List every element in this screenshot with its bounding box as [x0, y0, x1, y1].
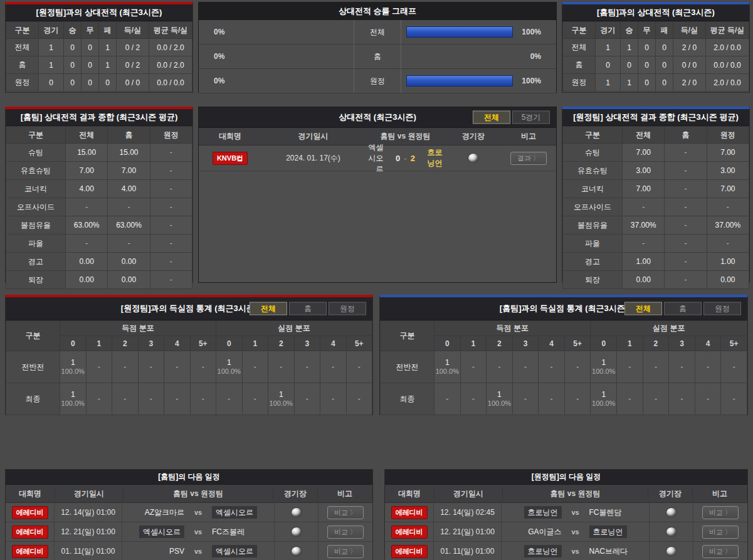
header-row: 구분전체홈원정	[6, 127, 192, 144]
table-row: 홈10010 / 20.0 / 2.0	[6, 56, 192, 74]
col-note: 비고	[501, 131, 556, 142]
column-header: 패	[656, 22, 673, 39]
schedule-row: 에레디비 01. 11(일) 01:00 PSV vs 엑셀시오르 비교 〉	[6, 542, 372, 560]
match-datetime: 12. 14(일) 01:00	[55, 503, 122, 522]
header-row: 구분경기승무패득/실평균 득/실	[563, 22, 749, 39]
dist-cell: -	[190, 351, 216, 383]
dist-cell: -	[190, 383, 216, 415]
compare-button[interactable]: 비교 〉	[702, 545, 739, 558]
league-badge: 에레디비	[391, 545, 428, 558]
column-header: 구분	[563, 22, 596, 39]
result-button[interactable]: 결과 〉	[510, 152, 547, 165]
dist-cell: -	[669, 383, 695, 415]
stat-cell: -	[665, 216, 707, 235]
panel-h2h-match-list: 상대전적 (최근3시즌) 전체5경기 대회명경기일시홈팀 vs 원정팀경기장비고…	[198, 107, 557, 283]
compare-button[interactable]: 비교 〉	[702, 526, 739, 539]
compare-button[interactable]: 비교 〉	[327, 506, 364, 519]
group-header-row: 구분득점 분포실점 분포	[6, 321, 372, 336]
table-row: 슈팅15.0015.00-	[6, 144, 192, 162]
vs-label: vs	[562, 528, 589, 536]
dist-cell: 1100.0%	[60, 351, 87, 383]
teams-cell: AZ알크마르 vs 엑셀시오르	[122, 503, 275, 522]
match-datetime: 12. 21(일) 01:00	[55, 522, 122, 541]
away-team-name: 엑셀시오르	[212, 507, 274, 518]
tab-inactive[interactable]: 원정	[703, 302, 741, 315]
goal-stats-tabs: 전체홈원정	[623, 302, 741, 315]
stadium-icon[interactable]	[666, 546, 677, 556]
tab-active[interactable]: 전체	[473, 111, 510, 124]
match-datetime: 01. 11(일) 01:00	[434, 542, 502, 560]
goal-stats-tabs: 전체홈원정	[248, 302, 366, 315]
row-label: 원정	[563, 74, 596, 92]
bar-track	[406, 26, 513, 38]
h2h-match-rows: KNVB컵 2024. 01. 17(수) 엑셀시오르 0-2 흐로닝언 결과 …	[199, 145, 556, 171]
dist-cell: -	[164, 351, 191, 383]
tab-active[interactable]: 전체	[624, 302, 662, 315]
match-stats-page: [원정팀]과의 상대전적 (최근3시즌) 구분경기승무패득/실평균 득/실전체1…	[0, 0, 753, 560]
tab-inactive[interactable]: 원정	[329, 302, 366, 315]
row-label: 경고	[6, 253, 66, 271]
dist-cell: -	[164, 383, 191, 415]
summary-home-table: 구분전체홈원정슈팅15.0015.00-유효슈팅7.007.00-코너킥4.00…	[6, 126, 192, 289]
col-datetime: 경기일시	[55, 489, 124, 499]
stat-cell: 0.00	[108, 271, 150, 289]
column-header: 무	[638, 22, 656, 39]
vs-label: vs	[184, 528, 212, 536]
stat-cell: 0 / 0	[673, 56, 706, 74]
compare-button[interactable]: 비교 〉	[327, 526, 364, 539]
venue-cell	[650, 542, 693, 560]
dist-cell: -	[695, 383, 721, 415]
table-row: 파울---	[563, 235, 749, 253]
schedule-row: 에레디비 12. 14(일) 02:45 흐로닝언 vs FC볼렌담 비교 〉	[385, 503, 747, 522]
stadium-icon[interactable]	[666, 527, 677, 537]
league-cell: 에레디비	[6, 542, 55, 560]
row-label: 코너킥	[563, 180, 623, 198]
home-team-name: 흐로닝언	[502, 546, 562, 557]
table-row: 전체11002 / 02.0 / 0.0	[563, 39, 749, 56]
stadium-icon[interactable]	[291, 507, 302, 517]
tab-inactive[interactable]: 5경기	[512, 111, 550, 124]
dist-cell: 1100.0%	[487, 383, 513, 415]
row-label: 전체	[354, 20, 401, 44]
compare-button[interactable]: 비교 〉	[327, 545, 364, 558]
scored-group-header: 득점 분포	[60, 321, 216, 336]
tab-inactive[interactable]: 홈	[289, 302, 327, 315]
table-row: 코너킥4.004.00-	[6, 180, 192, 198]
stadium-icon[interactable]	[291, 527, 302, 537]
score-bin-header: 3	[294, 336, 320, 351]
dist-cell: 1100.0%	[268, 383, 295, 415]
tab-inactive[interactable]: 홈	[664, 302, 702, 315]
col-teams: 홈팀 vs 원정팀	[503, 489, 648, 499]
dist-cell: -	[643, 383, 669, 415]
league-cell: 에레디비	[6, 522, 55, 541]
stat-cell: 1	[596, 39, 621, 56]
col-venue: 경기장	[273, 489, 318, 499]
stadium-icon[interactable]	[666, 507, 677, 517]
dist-cell: -	[617, 351, 643, 383]
compare-button[interactable]: 비교 〉	[702, 506, 739, 519]
conceded-group-header: 실점 분포	[216, 321, 372, 336]
stat-cell: 0.0 / 0.0	[706, 56, 749, 74]
dist-cell: -	[138, 351, 164, 383]
table-row: 원정00000 / 00.0 / 0.0	[6, 74, 192, 92]
dist-row: 최종--1100.0%---1100.0%-----	[381, 383, 747, 415]
table-row: 경고1.00-1.00	[563, 253, 749, 271]
h2h-away-table: 구분경기승무패득/실평균 득/실전체10010 / 20.0 / 2.0홈100…	[6, 21, 192, 92]
stadium-icon[interactable]	[468, 153, 479, 163]
col-teams: 홈팀 vs 원정팀	[124, 489, 273, 499]
stat-cell: 37.00%	[707, 216, 749, 235]
tab-active[interactable]: 전체	[250, 302, 287, 315]
winrate-row: 0% 전체 100%	[199, 20, 556, 45]
row-label: 최종	[6, 383, 60, 415]
stat-cell: 7.00	[623, 144, 665, 162]
stat-cell: 0.00	[66, 271, 108, 289]
home-team-name: 흐로닝언	[502, 507, 562, 518]
stat-cell: 0	[39, 74, 64, 92]
panel-title: [홈팀]의 다음 일정	[6, 470, 372, 485]
panel-title: [원정팀]과의 상대전적 (최근3시즌)	[6, 4, 192, 21]
teams-cell: PSV vs 엑셀시오르	[122, 542, 275, 560]
dist-cell: -	[564, 351, 591, 383]
stadium-icon[interactable]	[291, 546, 302, 556]
panel-title-text: [홈팀]과의 득실점 통계 (최근3시즌)	[500, 304, 628, 313]
col-datetime: 경기일시	[261, 131, 365, 142]
